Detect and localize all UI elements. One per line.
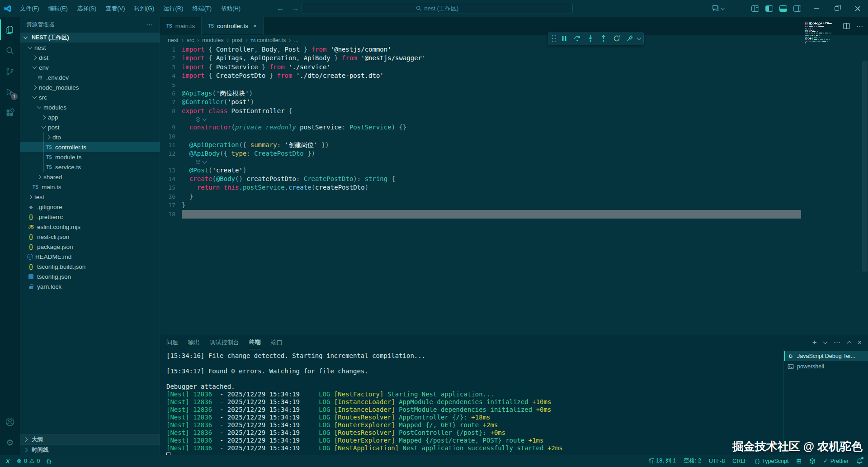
breadcrumb-item-4[interactable]: TS controller.ts: [250, 37, 286, 43]
remote-indicator[interactable]: [5, 458, 11, 464]
tree-item-dto[interactable]: dto: [20, 132, 160, 142]
breadcrumb-item-3[interactable]: post: [232, 37, 243, 43]
eol-sequence[interactable]: CRLF: [732, 458, 747, 464]
panel-tab-3[interactable]: 终端: [249, 335, 261, 349]
menu-item-2[interactable]: 选择(S): [72, 0, 101, 17]
panel-tab-1[interactable]: 输出: [188, 335, 200, 349]
breadcrumb-item-2[interactable]: modules: [202, 37, 223, 43]
tree-item-app[interactable]: app: [20, 112, 160, 122]
step-into-button[interactable]: [585, 33, 596, 44]
tree-item-service.ts[interactable]: TSservice.ts: [20, 162, 160, 172]
tree-item-nodemodules[interactable]: node_modules: [20, 82, 160, 92]
tree-item-README.md[interactable]: iREADME.md: [20, 252, 160, 262]
tree-item-shared[interactable]: shared: [20, 172, 160, 182]
restore-button[interactable]: [826, 0, 847, 17]
maximize-panel-icon[interactable]: [847, 341, 851, 345]
tree-item-main.ts[interactable]: TSmain.ts: [20, 182, 160, 192]
formatter-status[interactable]: ✓ Prettier: [823, 457, 849, 464]
panel-tab-2[interactable]: 调试控制台: [210, 335, 239, 349]
tree-item-test[interactable]: test: [20, 192, 160, 202]
menu-item-0[interactable]: 文件(F): [15, 0, 44, 17]
step-over-button[interactable]: [572, 33, 583, 44]
toggle-sidebar-button[interactable]: [765, 5, 773, 12]
tree-item-nest[interactable]: nest: [20, 43, 160, 52]
search-icon[interactable]: [0, 40, 20, 61]
grid-status-icon[interactable]: ⊞: [796, 457, 802, 465]
explorer-more-actions-icon[interactable]: ⋯: [146, 21, 153, 29]
run-debug-icon[interactable]: 1: [0, 82, 20, 103]
tree-item-post[interactable]: post: [20, 122, 160, 132]
command-center-search[interactable]: nest (工作区): [302, 3, 573, 14]
outline-section[interactable]: 大纲: [20, 434, 160, 444]
tree-item-dist[interactable]: dist: [20, 52, 160, 62]
tree-item-env[interactable]: env: [20, 62, 160, 72]
minimize-button[interactable]: [806, 0, 826, 17]
terminal-view[interactable]: [15:34:16] File change detected. Startin…: [160, 349, 868, 455]
menu-item-1[interactable]: 编辑(E): [44, 0, 72, 17]
ai-inline-decoration[interactable]: [160, 115, 868, 123]
menu-item-4[interactable]: 转到(G): [130, 0, 159, 17]
cursor-position[interactable]: 行 18, 列 1: [649, 457, 676, 465]
terminal-list-item-1[interactable]: powershell: [784, 361, 868, 372]
restart-button[interactable]: [611, 33, 622, 44]
close-button[interactable]: [847, 0, 868, 17]
tree-item-.prettierrc[interactable]: {}.prettierrc: [20, 212, 160, 222]
panel-tab-4[interactable]: 端口: [271, 335, 283, 349]
editor-more-actions-icon[interactable]: ⋯: [856, 22, 863, 30]
drag-handle-icon[interactable]: [551, 34, 557, 43]
tree-item-tsconfig.json[interactable]: tsconfig.json: [20, 272, 160, 281]
step-out-button[interactable]: [598, 33, 609, 44]
copilot-chat-button[interactable]: [712, 5, 724, 12]
menu-item-5[interactable]: 运行(R): [159, 0, 188, 17]
language-mode[interactable]: { } TypeScript: [755, 458, 788, 464]
notifications-bell[interactable]: [856, 458, 863, 464]
chevron-down-icon[interactable]: [637, 36, 642, 40]
tree-item-yarn.lock[interactable]: yarn.lock: [20, 281, 160, 291]
source-control-icon[interactable]: [0, 61, 20, 82]
customize-layout-button[interactable]: [751, 5, 759, 12]
tree-item-eslint.config.mjs[interactable]: JSeslint.config.mjs: [20, 222, 160, 232]
explorer-icon[interactable]: [0, 19, 20, 40]
tab-controller-ts[interactable]: TS controller.ts ×: [202, 17, 263, 35]
ai-inline-decoration[interactable]: [160, 158, 868, 166]
terminal-launch-dropdown-icon[interactable]: [823, 339, 827, 344]
pause-button[interactable]: [559, 33, 570, 44]
problems-status[interactable]: ⊗ 0 ⚠ 0: [17, 457, 40, 464]
indentation[interactable]: 空格: 2: [684, 457, 701, 465]
settings-gear-icon[interactable]: ⚙: [0, 432, 20, 453]
encoding[interactable]: UTF-8: [709, 458, 725, 464]
panel-more-actions-icon[interactable]: ⋯: [834, 338, 841, 347]
tree-item-nest-cli.json[interactable]: {}nest-cli.json: [20, 232, 160, 242]
tree-item-src[interactable]: src: [20, 92, 160, 102]
code-editor[interactable]: 1import { Controller, Body, Post } from …: [160, 45, 868, 335]
close-panel-icon[interactable]: ×: [858, 338, 862, 347]
minimap[interactable]: [805, 22, 852, 46]
ai-assistant-icon[interactable]: [809, 458, 816, 464]
tree-item-modules[interactable]: modules: [20, 102, 160, 112]
timeline-section[interactable]: 时间线: [20, 444, 160, 455]
toggle-secondary-sidebar-button[interactable]: [793, 5, 801, 12]
tree-item-.env.dev[interactable]: ⚙.env.dev: [20, 72, 160, 82]
disconnect-button[interactable]: [624, 33, 635, 44]
nav-forward-arrow[interactable]: →: [292, 4, 299, 13]
workspace-section-header[interactable]: NEST (工作区): [20, 33, 160, 43]
breadcrumb-item-0[interactable]: nest: [168, 37, 179, 43]
nav-back-arrow[interactable]: ←: [277, 4, 284, 13]
close-tab-icon[interactable]: ×: [253, 23, 257, 29]
breadcrumb-item-5[interactable]: ...: [294, 37, 298, 43]
menu-item-6[interactable]: 终端(T): [188, 0, 216, 17]
tree-item-module.ts[interactable]: TSmodule.ts: [20, 152, 160, 162]
tab-main-ts[interactable]: TS main.ts: [160, 17, 202, 35]
terminal-list-item-0[interactable]: JavaScript Debug Ter...: [784, 351, 868, 361]
panel-tab-0[interactable]: 问题: [166, 335, 178, 349]
toggle-panel-button[interactable]: [779, 5, 787, 12]
breadcrumb-item-1[interactable]: src: [187, 37, 194, 43]
editor-scrollbar[interactable]: [862, 61, 868, 272]
account-icon[interactable]: [0, 411, 20, 432]
tree-item-package.json[interactable]: {}package.json: [20, 242, 160, 252]
tree-item-controller.ts[interactable]: TScontroller.ts: [20, 142, 160, 152]
debug-status-icon[interactable]: [46, 458, 52, 464]
tree-item-.gitignore[interactable]: ◆.gitignore: [20, 202, 160, 212]
menu-item-7[interactable]: 帮助(H): [216, 0, 245, 17]
extensions-icon[interactable]: [0, 103, 20, 124]
